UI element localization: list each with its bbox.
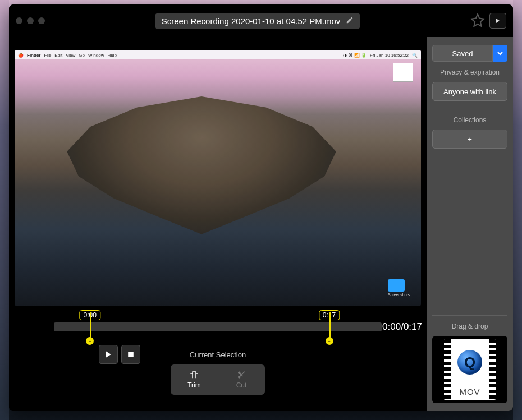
file-extension-label: MOV [444,387,496,396]
minimize-window-icon[interactable] [27,17,34,24]
app-window: Screen Recording 2020-01-10 at 04.52 PM.… [9,4,513,411]
quicktime-q-glyph: Q [464,354,475,371]
preview-folder: Screenshots [388,279,410,297]
favorite-star-icon[interactable] [470,13,485,29]
video-editor-area: 🍎 Finder File Edit View Go Window Help ◑… [9,37,427,411]
saved-button-label[interactable]: Saved [432,45,493,62]
privacy-section-heading: Privacy & expiration [432,68,507,76]
preview-menubar: 🍎 Finder File Edit View Go Window Help ◑… [15,50,421,59]
preview-landscape [55,96,347,234]
menubar-item: Go [79,53,85,58]
apple-menu-icon: 🍎 [18,53,24,58]
share-button[interactable] [489,13,506,29]
window-controls[interactable] [16,17,45,24]
cut-button[interactable]: Cut [218,364,265,395]
menubar-item: File [44,53,51,58]
menubar-app: Finder [27,53,40,58]
saved-split-button[interactable]: Saved [432,45,507,62]
desktop-background-left [0,0,9,420]
folder-icon [388,279,405,292]
selection-start-handle[interactable]: ≡ [86,337,94,345]
file-title-text: Screen Recording 2020-01-10 at 04.52 PM.… [162,16,341,26]
menubar-item: Help [107,53,116,58]
privacy-visibility-button[interactable]: Anyone with link [432,82,507,101]
trim-button[interactable]: Trim [171,364,218,395]
collections-section-heading: Collections [432,116,507,124]
time-readout: 0:00/0:17 [382,321,422,333]
file-title-field[interactable]: Screen Recording 2020-01-10 at 04.52 PM.… [155,13,361,29]
video-preview[interactable]: 🍎 Finder File Edit View Go Window Help ◑… [15,50,421,306]
cut-label: Cut [236,381,247,389]
timeline: 0:00 0:17 ≡ [15,306,421,395]
menubar-clock: Fri Jan 10 16:52:22 [370,53,409,58]
timeline-track[interactable]: ≡ ≡ 0:00/0:17 [54,322,382,331]
draggable-file-chip[interactable]: Q MOV [432,336,507,403]
trim-label: Trim [187,381,201,389]
drag-drop-label: Drag & drop [432,322,507,330]
titlebar: Screen Recording 2020-01-10 at 04.52 PM.… [9,4,513,37]
edit-title-icon[interactable] [346,16,354,26]
menubar-status-icons: ◑ ⌘ 📶 🔋 [343,53,367,58]
svg-rect-0 [128,352,134,357]
selection-actions: Trim Cut [171,364,265,395]
play-button[interactable] [99,345,118,364]
menubar-search-icon: 🔍 [412,53,418,58]
desktop-background-right [513,0,522,420]
folder-label: Screenshots [388,293,410,297]
saved-dropdown-toggle[interactable] [493,45,507,62]
menubar-item: Edit [54,53,62,58]
menubar-item: Window [88,53,104,58]
preview-desktop-file [393,63,413,82]
divider [432,108,507,108]
selection-end-handle[interactable]: ≡ [326,337,333,345]
stop-button[interactable] [121,345,140,364]
zoom-window-icon[interactable] [38,17,45,24]
divider [432,315,507,316]
add-collection-button[interactable]: + [432,130,507,149]
close-window-icon[interactable] [16,17,22,24]
file-thumbnail: Q MOV [444,339,496,400]
sidebar: Saved Privacy & expiration Anyone with l… [427,37,513,411]
menubar-item: View [66,53,75,58]
